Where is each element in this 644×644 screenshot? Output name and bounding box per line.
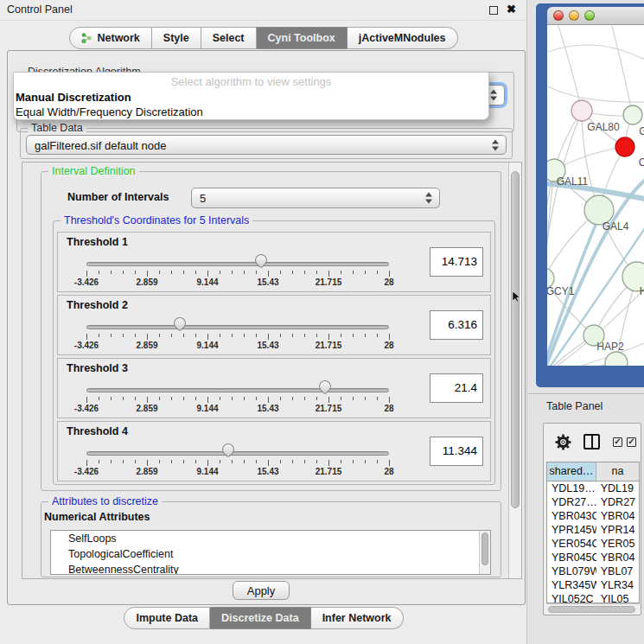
cell-shared-name: YLR345W: [547, 578, 596, 592]
gear-icon[interactable]: [554, 433, 572, 451]
slider-track[interactable]: [86, 262, 389, 266]
tick-label: 9.144: [196, 277, 218, 287]
network-node[interactable]: [605, 352, 628, 366]
cell-shared-name: YBR043C: [547, 509, 596, 523]
tab-label: Impute Data: [136, 612, 198, 624]
tab-jactivemnodules[interactable]: jActiveMNodules: [348, 27, 458, 49]
table-row[interactable]: YDL19…YDL19: [547, 481, 639, 495]
zoom-traffic-light-icon[interactable]: [584, 10, 595, 21]
threshold-label: Threshold 3: [67, 362, 128, 374]
tab-label: jActiveMNodules: [359, 32, 446, 44]
tab-label: Network: [97, 32, 139, 44]
network-window-titlebar[interactable]: [547, 7, 644, 25]
tab-cyni-toolbox[interactable]: Cyni Toolbox: [257, 27, 348, 49]
network-canvas[interactable]: GAL80GACGAL11GAL4GCY1HHAP2: [547, 25, 644, 366]
apply-button[interactable]: Apply: [233, 581, 290, 600]
spinner-arrows-icon: [490, 90, 498, 101]
tab-style[interactable]: Style: [152, 27, 201, 49]
threshold-list: Threshold 1-3.4262.8599.14415.4321.71528…: [54, 221, 494, 484]
network-icon: [81, 32, 92, 44]
tick-label: -3.426: [74, 467, 99, 476]
cell-name: YDL19: [596, 481, 639, 495]
node-table[interactable]: shared… na YDL19…YDL19YDR27…YDR27YBR043C…: [546, 462, 640, 603]
table-row[interactable]: YBR043CYBR04: [547, 509, 639, 523]
slider-track[interactable]: [86, 451, 389, 456]
control-panel-title: Control Panel: [7, 3, 73, 16]
tick-label: 2.859: [136, 277, 157, 287]
close-traffic-light-icon[interactable]: [553, 10, 564, 21]
table-row[interactable]: YER054CYER05: [547, 537, 639, 551]
group-title: Table Data: [28, 122, 86, 134]
dropdown-option-equal-width[interactable]: Equal Width/Frequency Discretization: [14, 105, 488, 119]
intervals-value: 5: [200, 192, 206, 205]
network-node[interactable]: [623, 105, 642, 124]
table-row[interactable]: YLR345WYLR34: [547, 578, 639, 592]
slider-tick-labels: -3.4262.8599.14415.4321.71528: [86, 341, 389, 352]
tab-select[interactable]: Select: [201, 27, 257, 49]
attribute-list-item[interactable]: TopologicalCoefficient: [51, 546, 490, 562]
network-node[interactable]: [615, 137, 634, 156]
scrollbar-thumb[interactable]: [481, 532, 488, 565]
checkbox-icon[interactable]: [627, 437, 636, 447]
threshold-label: Threshold 4: [67, 425, 128, 437]
cell-shared-name: YDR27…: [547, 495, 596, 509]
interval-definition-group: Interval Definition Number of Intervals …: [41, 171, 501, 491]
tick-label: 9.144: [196, 404, 218, 413]
tick-label: 9.144: [196, 341, 218, 350]
attributes-scrollbar[interactable]: [479, 531, 490, 574]
tab-impute-data[interactable]: Impute Data: [124, 607, 210, 629]
network-node-label: H: [640, 285, 644, 297]
tab-label: Cyni Toolbox: [268, 32, 335, 44]
column-header-name[interactable]: na: [596, 462, 639, 481]
checkbox-icon[interactable]: [613, 437, 622, 447]
table-header-row: shared… na: [547, 462, 639, 481]
slider-tick-labels: -3.4262.8599.14415.4321.71528: [86, 404, 389, 415]
tick-label: 2.859: [136, 341, 157, 350]
split-panel-icon[interactable]: [583, 434, 600, 450]
tab-discretize-data[interactable]: Discretize Data: [210, 607, 311, 629]
threshold-value-field[interactable]: 11.344: [430, 437, 483, 466]
number-of-intervals-spinner[interactable]: 5: [191, 188, 440, 208]
threshold-value-field[interactable]: 6.316: [430, 310, 483, 340]
attribute-list-item[interactable]: SelfLoops: [51, 531, 490, 546]
minimize-traffic-light-icon[interactable]: [569, 10, 579, 21]
settings-scrollpane: Interval Definition Number of Intervals …: [22, 162, 522, 579]
tab-network[interactable]: Network: [69, 27, 151, 49]
tab-label: Infer Network: [322, 612, 392, 624]
top-tab-bar: Network Style Select Cyni Toolbox jActiv…: [0, 27, 527, 49]
slider-track[interactable]: [86, 325, 389, 329]
table-row[interactable]: YBR045CYBR04: [547, 551, 639, 564]
cell-name: YBL07: [596, 564, 639, 578]
scrollbar-thumb[interactable]: [511, 171, 520, 508]
threshold-value-field[interactable]: 21.4: [430, 373, 483, 403]
table-row[interactable]: YDR27…YDR27: [547, 495, 639, 509]
dropdown-option-manual[interactable]: Manual Discretization: [14, 90, 488, 105]
table-data-select[interactable]: galFiltered.sif default node: [26, 135, 507, 155]
tab-label: Style: [163, 32, 189, 44]
slider-tick-labels: -3.4262.8599.14415.4321.71528: [86, 277, 389, 289]
cell-name: YER05: [596, 537, 639, 551]
settings-scrollbar[interactable]: [508, 163, 521, 578]
table-horizontal-scrollbar[interactable]: [546, 603, 640, 614]
network-node-label: GAL80: [587, 121, 620, 133]
table-row[interactable]: YPR145WYPR14: [547, 523, 639, 537]
column-header-shared-name[interactable]: shared…: [547, 462, 596, 481]
threshold-value-field[interactable]: 14.713: [430, 247, 483, 277]
table-row[interactable]: YBL079WYBL07: [547, 564, 639, 578]
tab-infer-network[interactable]: Infer Network: [311, 607, 404, 629]
network-graph: GAL80GACGAL11GAL4GCY1HHAP2: [547, 25, 644, 366]
slider-track[interactable]: [86, 388, 389, 392]
scrollbar-thumb[interactable]: [548, 606, 635, 613]
numerical-attributes-list[interactable]: SelfLoopsTopologicalCoefficientBetweenne…: [50, 530, 491, 575]
close-window-icon[interactable]: ✖: [507, 3, 516, 16]
threshold-panel: Threshold 2-3.4262.8599.14415.4321.71528…: [57, 295, 491, 355]
network-node-label: GAL4: [603, 220, 629, 233]
mouse-cursor: [513, 291, 522, 303]
float-window-icon[interactable]: [489, 6, 498, 15]
cell-shared-name: YBR045C: [547, 551, 596, 564]
threshold-panel: Threshold 3-3.4262.8599.14415.4321.71528…: [57, 358, 491, 418]
tick-label: 28: [384, 277, 393, 287]
network-node[interactable]: [571, 100, 592, 121]
attribute-list-item[interactable]: BetweennessCentrality: [51, 562, 490, 575]
table-row[interactable]: YIL052CYIL05: [547, 592, 639, 603]
